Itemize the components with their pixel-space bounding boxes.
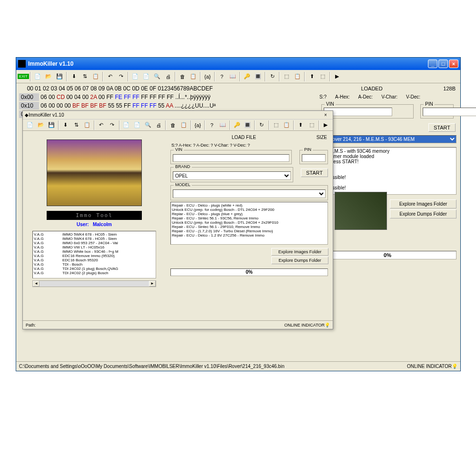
sec-explore-images-button[interactable]: Explore Images Folder: [271, 248, 328, 256]
sec-window-title: ImmoKiller v1.10: [29, 112, 320, 118]
sec-explore-dumps-button[interactable]: Explore Dumps Folder: [271, 257, 328, 264]
copy-icon[interactable]: 📋: [292, 71, 303, 82]
vin-input[interactable]: [324, 108, 392, 116]
exit-button[interactable]: EXIT: [18, 71, 29, 82]
brand-label: BRAND: [174, 164, 192, 169]
sec-pin-input[interactable]: [302, 154, 326, 162]
tool5-icon[interactable]: 📄: [141, 71, 151, 82]
sec-delete-icon[interactable]: 🗑: [168, 120, 178, 130]
sec-start-button[interactable]: START: [301, 169, 328, 177]
sec-titlebar[interactable]: ◆ ImmoKiller v1.10 ×: [23, 111, 333, 119]
pin-input[interactable]: [423, 108, 476, 116]
sec-open-icon[interactable]: 📂: [36, 120, 46, 130]
loaded-label: LOADED: [319, 86, 424, 91]
key-icon[interactable]: 🔑: [242, 71, 252, 82]
sec-help-icon[interactable]: ?: [207, 120, 217, 130]
sec-tool5-icon[interactable]: 📄: [132, 120, 142, 130]
ahex-label: A-Hex:: [335, 94, 350, 99]
redo-icon[interactable]: ↷: [116, 71, 126, 82]
sec-select-icon[interactable]: ⬚: [271, 120, 281, 130]
sec-tool1-icon[interactable]: ⬇: [60, 120, 71, 130]
list-scrollbar[interactable]: ◄ ►: [32, 280, 156, 287]
explore-dumps-button[interactable]: Explore Dumps Folder: [390, 209, 456, 218]
scroll-left-icon[interactable]: ◄: [33, 281, 40, 287]
statusbar: C:\Documents and Settings\oOoOO\My Docum…: [16, 361, 460, 371]
run-icon[interactable]: ▶: [332, 71, 342, 82]
vehicle-list[interactable]: V.A.GIMMO 5WK4 678 - HC05 - Siem V.A.GIM…: [32, 231, 156, 278]
sec-key-icon[interactable]: 🔑: [232, 120, 242, 130]
braces-icon[interactable]: {a}: [202, 71, 213, 82]
sec-refresh-icon[interactable]: ↻: [257, 120, 267, 130]
sec-about-icon[interactable]: 📖: [218, 120, 228, 130]
help-icon[interactable]: ?: [217, 71, 227, 82]
s-label: S:?: [319, 94, 327, 99]
log-output: R M.E.M.S - with 93C46 memory ogrammer m…: [318, 147, 456, 195]
save-icon[interactable]: 💾: [54, 71, 65, 82]
maximize-button[interactable]: □: [438, 60, 448, 68]
tool2-icon[interactable]: ⇅: [79, 71, 90, 82]
explore-images-button[interactable]: Explore Images Folder: [390, 199, 456, 208]
scroll-right-icon[interactable]: ►: [149, 281, 156, 287]
model-list[interactable]: Repair - ECU - Delco - plugs (white + re…: [170, 202, 328, 245]
online-indicator: ONLINE INDICATOR: [407, 364, 452, 369]
sec-tool3-icon[interactable]: 📋: [82, 120, 92, 130]
sec-braces-icon[interactable]: {a}: [193, 120, 203, 130]
adec-label: A-Dec:: [358, 94, 373, 99]
sec-find-icon[interactable]: 🔍: [143, 120, 153, 130]
close-button[interactable]: ×: [449, 60, 458, 68]
print-icon[interactable]: 🖨: [163, 71, 173, 82]
brand-select[interactable]: OPEL: [173, 171, 291, 180]
sec-close-button[interactable]: ×: [320, 112, 331, 118]
sec-app-icon: ◆: [25, 112, 29, 118]
about-icon[interactable]: 📖: [228, 71, 238, 82]
progress-bar: 0%: [318, 251, 456, 259]
user-label: User:: [77, 222, 89, 227]
size-label: SIZE: [317, 135, 327, 140]
refresh-icon[interactable]: ↻: [267, 71, 278, 82]
pin-label: PIN: [424, 101, 435, 107]
size-value: 128B: [427, 86, 456, 91]
loadfile-label: LOAD FILE: [171, 135, 317, 140]
sec-copy-icon[interactable]: 📋: [281, 120, 292, 130]
tool6-icon[interactable]: 📋: [188, 71, 198, 82]
sec-tool2-icon[interactable]: ⇅: [71, 120, 82, 130]
titlebar[interactable]: ImmoKiller v1.10 _ □ ×: [16, 58, 460, 70]
tool3-icon[interactable]: 📋: [90, 71, 101, 82]
sec-chip-icon[interactable]: 🔳: [242, 120, 253, 130]
immo-tool-label: Immo Tool: [47, 211, 142, 220]
tool1-icon[interactable]: ⬇: [69, 71, 79, 82]
vdec-label: V-Dec:: [406, 94, 420, 99]
marquee-icon[interactable]: ⬚: [317, 71, 328, 82]
bulb-icon: 💡: [452, 364, 457, 369]
tool4-icon[interactable]: 📄: [130, 71, 140, 82]
find-icon[interactable]: 🔍: [152, 71, 162, 82]
sec-tool4-icon[interactable]: 📄: [121, 120, 132, 130]
sec-new-icon[interactable]: 📄: [25, 120, 35, 130]
up-icon[interactable]: ⬆: [307, 71, 317, 82]
start-button[interactable]: START: [428, 123, 456, 132]
sec-print-icon[interactable]: 🖨: [154, 120, 164, 130]
main-toolbar: EXIT 📄 📂 💾 ⬇ ⇅ 📋 ↶ ↷ 📄 📄 🔍 🖨 🗑 📋 {a} ? 📖…: [16, 70, 460, 83]
delete-icon[interactable]: 🗑: [177, 71, 188, 82]
ecu-select[interactable]: U - Rover 214, 216 - M.E.M.S - 93C46 MEM: [318, 135, 456, 143]
open-icon[interactable]: 📂: [43, 71, 54, 82]
sec-run-icon[interactable]: ▶: [321, 120, 331, 130]
sec-toolbar: 📄 📂 💾 ⬇ ⇅ 📋 ↶ ↷ 📄 📄 🔍 🖨 🗑 📋 {a} ? 📖 🔑 🔳 …: [23, 119, 333, 131]
new-icon[interactable]: 📄: [32, 71, 43, 82]
model-select[interactable]: [173, 189, 326, 198]
sec-left-panel: Immo Tool User: Malcolm V.A.GIMMO 5WK4 6…: [23, 131, 166, 327]
select-icon[interactable]: ⬚: [281, 71, 292, 82]
sec-pin-label: PIN: [303, 147, 313, 152]
sec-tool6-icon[interactable]: 📋: [178, 120, 189, 130]
user-name: Malcolm: [93, 222, 112, 227]
minimize-button[interactable]: _: [428, 60, 437, 68]
sec-undo-icon[interactable]: ↶: [96, 120, 107, 130]
sec-marquee-icon[interactable]: ⬚: [307, 120, 317, 130]
sec-save-icon[interactable]: 💾: [46, 120, 57, 130]
sec-up-icon[interactable]: ⬆: [296, 120, 306, 130]
sec-redo-icon[interactable]: ↷: [107, 120, 118, 130]
chip-icon[interactable]: 🔳: [253, 71, 263, 82]
undo-icon[interactable]: ↶: [105, 71, 115, 82]
sec-vin-input[interactable]: [173, 154, 289, 162]
app-icon: [18, 60, 26, 68]
